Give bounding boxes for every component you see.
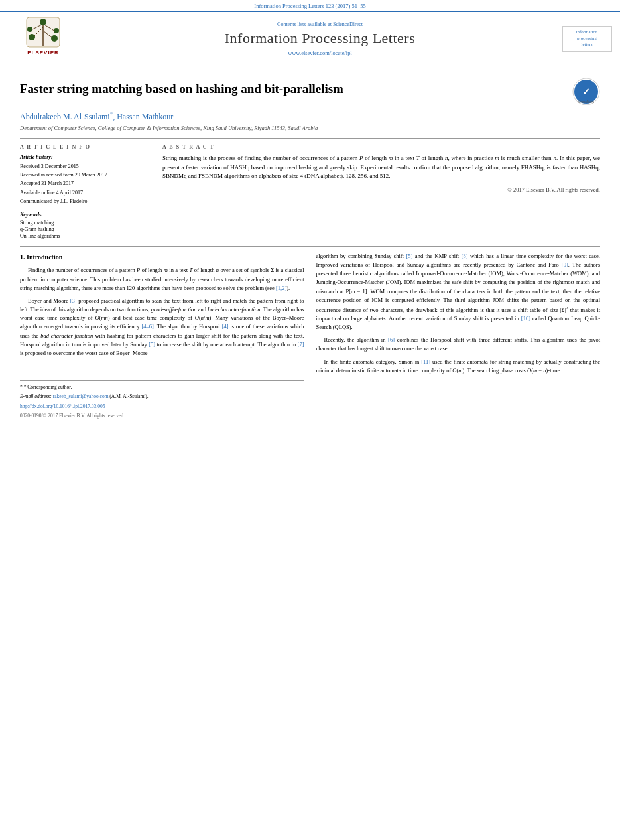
body-para-r3: In the finite automata category, Simon i… (316, 358, 601, 375)
ipl-logo-text: informationprocessingletters (566, 29, 609, 48)
history-label: Article history: (20, 154, 141, 160)
keywords-label: Keywords: (20, 212, 141, 218)
ref-r6[interactable]: [6] (388, 336, 395, 343)
keyword-2: q-Gram hashing (20, 226, 141, 232)
footnote-corresponding: * Corresponding author. (24, 384, 72, 390)
elsevier-tree-icon: ELSEVIER (13, 17, 73, 60)
abstract-text: String matching is the process of findin… (162, 154, 600, 181)
ref-r8[interactable]: [8] (462, 253, 468, 259)
elsevier-wordmark: ELSEVIER (27, 50, 59, 56)
journal-url[interactable]: www.elsevier.com/locate/ipl (86, 50, 554, 56)
journal-title-area: Contents lists available at ScienceDirec… (86, 21, 554, 56)
body-para-2: Boyer and Moore [3] proposed practical a… (20, 297, 304, 358)
abstract-column: A B S T R A C T String matching is the p… (162, 144, 600, 240)
svg-point-6 (40, 19, 46, 25)
ref-3[interactable]: [3] (70, 297, 77, 304)
journal-header: ELSEVIER Contents lists available at Sci… (0, 11, 620, 66)
ref-r5[interactable]: [5] (406, 253, 412, 259)
body-divider (20, 246, 600, 247)
body-para-r1: algorithm by combining Sunday shift [5] … (316, 252, 601, 332)
keyword-1: String matching (20, 220, 141, 226)
available-date: Available online 4 April 2017 (20, 189, 141, 196)
communicated-by: Communicated by J.L. Fiadeiro (20, 198, 141, 205)
paper-content: Faster string matching based on hashing … (0, 66, 620, 427)
footnote-email-label: E-mail address: (20, 393, 53, 399)
svg-point-7 (27, 27, 32, 32)
body-column-right: algorithm by combining Sunday shift [5] … (316, 252, 601, 420)
received-date: Received 3 December 2015 (20, 163, 141, 170)
svg-point-9 (29, 34, 35, 40)
elsevier-logo-area: ELSEVIER (7, 17, 80, 60)
accepted-date: Accepted 31 March 2017 (20, 180, 141, 187)
footnote-email-name: (A.M. Al-Ssulami). (109, 393, 148, 399)
journal-top-bar: Information Processing Letters 123 (2017… (0, 0, 620, 11)
abstract-copyright: © 2017 Elsevier B.V. All rights reserved… (162, 186, 600, 193)
keywords-section: Keywords: String matching q-Gram hashing… (20, 212, 141, 239)
keyword-3: On-line algorithms (20, 233, 141, 239)
crossmark-icon: ✓ CrossMark (572, 78, 600, 105)
affiliation: Department of Computer Science, College … (20, 125, 600, 131)
article-info-column: A R T I C L E I N F O Article history: R… (20, 144, 149, 240)
article-info-label: A R T I C L E I N F O (20, 144, 141, 150)
body-para-r2: Recently, the algorithm in [6] combines … (316, 336, 601, 353)
paper-title: Faster string matching based on hashing … (20, 81, 572, 98)
sigma-squared: 2 (566, 305, 568, 311)
journal-name-heading: Information Processing Letters (86, 30, 554, 47)
elsevier-logo: ELSEVIER (7, 17, 80, 60)
intro-heading: 1. Introduction (20, 252, 304, 263)
ref-5[interactable]: [5] (149, 341, 155, 348)
doi-link[interactable]: http://dx.doi.org/10.1016/j.ipl.2017.03.… (20, 403, 304, 411)
journal-citation: Information Processing Letters 123 (2017… (254, 3, 365, 9)
ref-1-2[interactable]: [1,2] (276, 285, 286, 291)
svg-text:✓: ✓ (582, 86, 590, 97)
issn-line: 0020-0190/© 2017 Elsevier B.V. All right… (20, 412, 304, 420)
footnote-email-link[interactable]: rakeeb_sulami@yahoo.com (53, 393, 109, 399)
footnote-email: E-mail address: rakeeb_sulami@yahoo.com … (20, 393, 304, 401)
ref-4-6[interactable]: [4–6] (142, 323, 154, 330)
sciencedirect-link[interactable]: ScienceDirect (333, 21, 363, 27)
authors-line: Abdulrakeeb M. Al-Ssulami*, Hassan Mathk… (20, 111, 600, 122)
contents-available-line: Contents lists available at ScienceDirec… (86, 21, 554, 27)
footnote-star: * * Corresponding author. (20, 384, 304, 391)
author1: Abdulrakeeb M. Al-Ssulami (20, 112, 110, 121)
body-para-1: Finding the number of occurrences of a p… (20, 266, 304, 293)
article-meta-row: A R T I C L E I N F O Article history: R… (20, 138, 600, 240)
svg-point-8 (54, 28, 59, 33)
ref-r11[interactable]: [11] (421, 358, 430, 365)
body-column-left: 1. Introduction Finding the number of oc… (20, 252, 304, 420)
svg-text:CrossMark: CrossMark (578, 100, 595, 104)
ref-r10[interactable]: [10] (521, 315, 530, 322)
revised-date: Received in revised form 20 March 2017 (20, 171, 141, 178)
footnote-area: * * Corresponding author. E-mail address… (20, 380, 304, 400)
body-columns: 1. Introduction Finding the number of oc… (20, 252, 600, 420)
ipl-logo-area: informationprocessingletters (560, 26, 613, 52)
abstract-label: A B S T R A C T (162, 144, 600, 150)
svg-point-10 (51, 35, 58, 42)
ref-7[interactable]: [7] (298, 341, 304, 348)
ref-r9[interactable]: [9] (562, 261, 568, 268)
ref-4[interactable]: [4] (222, 323, 229, 330)
crossmark-area: ✓ CrossMark (572, 78, 600, 107)
ipl-logo-box: informationprocessingletters (562, 26, 612, 52)
